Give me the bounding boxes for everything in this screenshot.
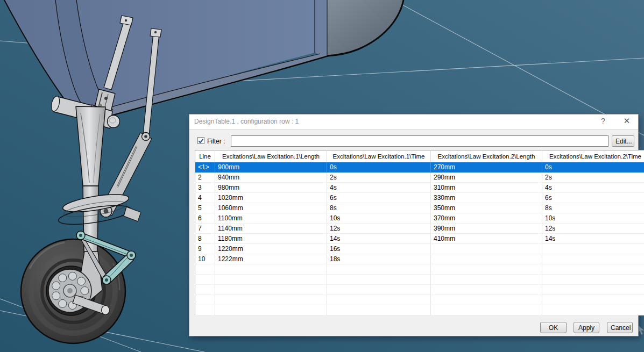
fuselage-edge-strip <box>315 0 327 56</box>
table-row[interactable]: 2940mm2s290mm2s <box>195 173 644 183</box>
empty-row[interactable] <box>195 275 644 285</box>
table-cell[interactable]: 0s <box>327 162 431 173</box>
column-header[interactable]: Excitations\Law Excitation.2\Time <box>542 150 644 162</box>
cancel-button[interactable]: Cancel <box>607 322 633 333</box>
table-cell[interactable]: 1020mm <box>215 193 327 203</box>
line-number-cell[interactable]: 9 <box>195 244 215 254</box>
line-column-header[interactable]: Line <box>195 150 215 162</box>
table-cell[interactable]: 4s <box>327 183 431 193</box>
table-row[interactable]: 51060mm8s350mm8s <box>195 203 644 213</box>
table-cell[interactable]: 900mm <box>215 162 327 173</box>
table-cell[interactable] <box>542 244 644 254</box>
table-cell[interactable]: 290mm <box>431 173 542 183</box>
application-window: DesignTable.1 , configuration row : 1 ? … <box>0 0 644 352</box>
table-cell[interactable]: 10s <box>327 213 431 224</box>
filter-input[interactable] <box>231 135 608 147</box>
line-number-cell[interactable]: 2 <box>195 173 215 183</box>
table-row[interactable]: 91220mm16s <box>195 244 644 254</box>
table-cell[interactable]: 310mm <box>431 183 542 193</box>
close-button[interactable]: ✕ <box>621 116 632 127</box>
table-cell[interactable]: 270mm <box>431 162 542 173</box>
table-row[interactable]: <1>900mm0s270mm0s <box>195 162 644 173</box>
line-number-cell[interactable]: 8 <box>195 234 215 244</box>
table-cell[interactable]: 16s <box>327 244 431 254</box>
line-number-cell[interactable]: 5 <box>195 203 215 213</box>
table-row[interactable]: 3980mm4s310mm4s <box>195 183 644 193</box>
table-cell[interactable]: 2s <box>327 173 431 183</box>
ok-button[interactable]: OK <box>540 322 567 333</box>
table-cell[interactable]: 1180mm <box>215 234 327 244</box>
filter-label: Filter : <box>207 138 225 145</box>
table-cell[interactable]: 410mm <box>431 234 542 244</box>
table-cell[interactable]: 1222mm <box>215 254 327 264</box>
table-cell[interactable]: 390mm <box>431 224 542 234</box>
table-cell[interactable]: 2s <box>542 173 644 183</box>
table-cell[interactable]: 6s <box>542 193 644 203</box>
empty-row[interactable] <box>195 295 644 305</box>
design-table-dialog: DesignTable.1 , configuration row : 1 ? … <box>189 114 639 336</box>
line-number-cell[interactable]: <1> <box>195 162 215 173</box>
table-cell[interactable]: 1220mm <box>215 244 327 254</box>
table-cell[interactable]: 4s <box>542 183 644 193</box>
table-row[interactable]: 81180mm14s410mm14s <box>195 234 644 244</box>
table-cell[interactable]: 8s <box>542 203 644 213</box>
table-row[interactable]: 41020mm6s330mm6s <box>195 193 644 203</box>
table-cell[interactable]: 10s <box>542 213 644 224</box>
table-row[interactable]: 61100mm10s370mm10s <box>195 213 644 224</box>
table-cell[interactable]: 14s <box>327 234 431 244</box>
table-cell[interactable]: 18s <box>327 254 431 264</box>
table-cell[interactable]: 370mm <box>431 213 542 224</box>
column-header[interactable]: Excitations\Law Excitation.2\Length <box>431 150 542 162</box>
dialog-title: DesignTable.1 , configuration row : 1 <box>194 118 299 125</box>
table-cell[interactable]: 980mm <box>215 183 327 193</box>
table-cell[interactable]: 8s <box>327 203 431 213</box>
table-cell[interactable]: 330mm <box>431 193 542 203</box>
line-number-cell[interactable]: 7 <box>195 224 215 234</box>
table-cell[interactable]: 1060mm <box>215 203 327 213</box>
line-number-cell[interactable]: 3 <box>195 183 215 193</box>
line-number-cell[interactable]: 4 <box>195 193 215 203</box>
table-cell[interactable]: 14s <box>542 234 644 244</box>
table-cell[interactable] <box>431 244 542 254</box>
design-table: LineExcitations\Law Excitation.1\LengthE… <box>195 150 644 315</box>
table-cell[interactable]: 1140mm <box>215 224 327 234</box>
filter-checkbox[interactable] <box>197 137 204 144</box>
empty-row[interactable] <box>195 264 644 275</box>
line-number-cell[interactable]: 6 <box>195 213 215 224</box>
help-button[interactable]: ? <box>598 117 608 126</box>
table-cell[interactable]: 6s <box>327 193 431 203</box>
table-cell[interactable]: 12s <box>327 224 431 234</box>
table-row[interactable]: 101222mm18s <box>195 254 644 264</box>
dialog-titlebar[interactable]: DesignTable.1 , configuration row : 1 ? … <box>189 114 638 130</box>
table-cell[interactable]: 12s <box>542 224 644 234</box>
table-cell[interactable]: 940mm <box>215 173 327 183</box>
column-header[interactable]: Excitations\Law Excitation.1\Length <box>215 150 327 162</box>
empty-row[interactable] <box>195 305 644 315</box>
line-number-cell[interactable]: 10 <box>195 254 215 264</box>
axle-cap <box>102 306 110 315</box>
edit-button[interactable]: Edit... <box>612 135 634 147</box>
table-row[interactable]: 71140mm12s390mm12s <box>195 224 644 234</box>
column-header[interactable]: Excitations\Law Excitation.1\Time <box>327 150 431 162</box>
table-cell[interactable] <box>431 254 542 264</box>
apply-button[interactable]: Apply <box>574 322 599 333</box>
table-cell[interactable]: 1100mm <box>215 213 327 224</box>
table-header: LineExcitations\Law Excitation.1\LengthE… <box>195 150 644 162</box>
empty-row[interactable] <box>195 285 644 295</box>
table-cell[interactable]: 350mm <box>431 203 542 213</box>
table-cell[interactable] <box>542 254 644 264</box>
checkmark-icon <box>198 138 204 144</box>
table-cell[interactable]: 0s <box>542 162 644 173</box>
